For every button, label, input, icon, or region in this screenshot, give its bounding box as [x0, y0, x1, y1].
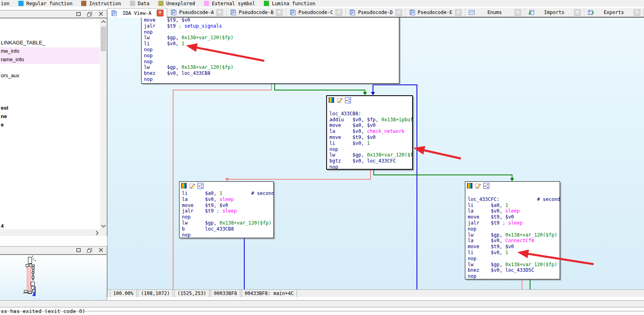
asm-segment: nop — [468, 256, 477, 261]
exports-icon — [588, 9, 594, 16]
tab-close-button[interactable]: × — [455, 9, 462, 16]
graph-node-loc_433CFC[interactable]: loc_433CFC: # secondsli $a0, 1la $v0, sl… — [465, 181, 560, 279]
function-list-item[interactable]: ne — [0, 112, 100, 121]
maximize-button[interactable] — [76, 12, 81, 16]
asm-line: jalr $t9 ; sleep — [468, 220, 560, 226]
enums-icon — [469, 9, 475, 16]
node-edit-icon[interactable] — [475, 183, 481, 189]
asm-segment: move $t9, $v0 — [144, 18, 190, 23]
tab-exports[interactable]: Exports× — [584, 8, 644, 17]
asm-segment: # seconds — [251, 191, 274, 196]
splitter-line — [0, 311, 644, 311]
asm-code: loc_433CFC: # secondsli $a0, 1la $v0, sl… — [465, 190, 560, 279]
node-color-icon[interactable] — [181, 183, 187, 189]
float-button[interactable] — [87, 248, 92, 253]
tab-pseudocode-a[interactable]: Pseudocode-A× — [167, 8, 227, 17]
tab-close-button[interactable]: × — [335, 9, 342, 16]
asm-segment: 0x138+var_120($fp) — [181, 64, 233, 70]
scroll-right-button[interactable] — [94, 229, 100, 236]
functions-panel: LINKAGE_TABLE_me_inforame_infoors_auxest… — [0, 10, 107, 236]
float-button[interactable] — [87, 12, 92, 16]
maximize-button[interactable] — [76, 248, 81, 253]
asm-line: nop — [329, 164, 412, 170]
asm-line: nop — [144, 29, 399, 35]
node-group-icon[interactable] — [345, 97, 351, 103]
asm-segment: ; — [217, 208, 222, 214]
function-list-item[interactable]: e — [0, 121, 100, 129]
graph-view[interactable]: move $t9, $v0jalr $t9 ; setup_signalsnop… — [107, 18, 644, 289]
legend-item: Regular function — [18, 1, 73, 6]
asm-segment: 1 — [505, 250, 508, 255]
tab-label: Pseudocode-A — [179, 10, 214, 15]
asm-line: move $t9, $v0 — [468, 244, 560, 250]
asm-segment: bnez $v0, loc_433D5C — [468, 267, 534, 273]
asm-segment: jalr $t9 — [468, 220, 502, 226]
function-list-item[interactable]: rame_info — [0, 56, 100, 64]
tab-pseudocode-d[interactable]: Pseudocode-D× — [346, 8, 405, 17]
tab-label: Pseudocode-C — [299, 10, 333, 15]
legend-swatch — [204, 1, 209, 6]
graph-node-entry[interactable]: move $t9, $v0jalr $t9 ; setup_signalsnop… — [141, 18, 399, 84]
horizontal-scrollbar[interactable] — [0, 229, 107, 236]
asm-line: nop — [468, 273, 560, 279]
tab-pseudocode-b[interactable]: Pseudocode-B× — [227, 8, 286, 17]
scroll-up-button[interactable] — [100, 18, 107, 25]
close-button[interactable] — [98, 248, 104, 253]
node-color-icon[interactable] — [329, 97, 334, 103]
tab-imports[interactable]: Imports× — [525, 8, 584, 17]
tab-close-button[interactable]: × — [514, 9, 521, 16]
asm-segment: 0x138+var_120($fp) — [219, 220, 271, 226]
window-buttons — [76, 248, 104, 253]
tab-close-button[interactable]: × — [395, 9, 402, 16]
tab-close-button[interactable]: × — [216, 9, 223, 16]
asm-line: loc_433CFC: # seconds — [468, 197, 560, 203]
asm-segment: # seconds — [537, 197, 560, 202]
asm-segment: loc_433CB8: — [329, 111, 361, 116]
asm-segment: 0x138+var_120($fp) — [505, 262, 557, 267]
legend-item-label: External symbol — [212, 1, 255, 6]
asm-segment: 0x138+var_120($fp) — [181, 35, 233, 40]
function-list-item[interactable]: ors_aux — [0, 72, 100, 80]
graph-node-loc_433CB8[interactable]: loc_433CB8:addiu $v0, $fp, 0x138+ipbufmo… — [326, 95, 413, 170]
asm-code: loc_433CB8:addiu $v0, $fp, 0x138+ipbufmo… — [327, 104, 412, 170]
asm-segment — [499, 197, 537, 202]
tab-close-button[interactable]: × — [276, 9, 283, 16]
asm-segment: 1 — [367, 140, 370, 146]
asm-code: li $a0, 1 # secondsla $v0, sleepmove $t9… — [179, 190, 273, 238]
graph-overview-thumbnail[interactable] — [0, 255, 107, 300]
tab-close-button[interactable]: × — [634, 9, 640, 16]
function-list-item[interactable]: me_info — [0, 47, 100, 56]
asm-segment: nop — [144, 76, 153, 82]
scroll-down-button[interactable] — [100, 223, 107, 229]
asm-line: move $t9, $v0 — [182, 203, 273, 209]
function-list-item[interactable]: LINKAGE_TABLE_ — [0, 39, 100, 47]
status-bar: 100.00%(108,1072)(1525,253)00033BF800433… — [107, 289, 644, 297]
vertical-scrollbar[interactable] — [100, 18, 107, 229]
close-button[interactable] — [98, 12, 104, 16]
tab-close-button[interactable]: × — [574, 9, 581, 16]
node-group-icon[interactable] — [483, 183, 489, 189]
asm-line: lw $gp, 0x138+var_120($fp) — [144, 35, 399, 41]
bottom-splitter-band — [0, 300, 644, 307]
node-edit-icon[interactable] — [337, 97, 343, 103]
graph-node-sleep-retry[interactable]: li $a0, 1 # secondsla $v0, sleepmove $t9… — [179, 181, 274, 238]
scrollbar-thumb[interactable] — [101, 26, 106, 51]
node-edit-icon[interactable] — [189, 183, 195, 189]
tab-pseudocode-e[interactable]: Pseudocode-E× — [406, 8, 465, 17]
tab-ida-view-a[interactable]: IDA View-A× — [107, 8, 167, 18]
asm-line: move $a0, $v0 — [329, 122, 412, 128]
asm-line — [468, 191, 560, 197]
color-legend-bar: ionRegular functionInstructionDataUnexpl… — [0, 0, 644, 7]
asm-segment: lw $gp, — [144, 35, 181, 40]
function-list-item[interactable]: est — [0, 104, 100, 112]
node-group-icon[interactable] — [197, 183, 203, 189]
asm-line: bnez $v0, loc_433CB8 — [144, 70, 399, 76]
node-color-icon[interactable] — [467, 183, 473, 189]
legend-label-clipped: ion — [1, 1, 10, 6]
asm-segment: la $v0, — [329, 128, 367, 134]
tab-close-button[interactable]: × — [157, 10, 163, 16]
tab-pseudocode-c[interactable]: Pseudocode-C× — [286, 8, 346, 17]
tab-enums[interactable]: Enums× — [465, 8, 525, 17]
asm-segment: nop — [144, 29, 153, 35]
graph-overview-body[interactable] — [0, 255, 107, 300]
